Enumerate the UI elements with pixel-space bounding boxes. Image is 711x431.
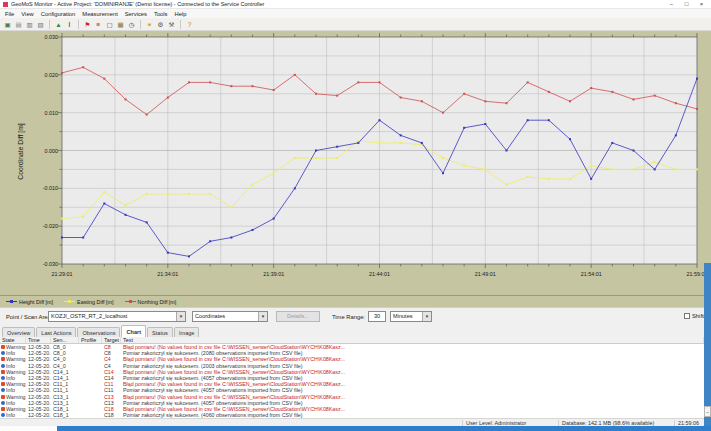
data-point <box>336 146 338 148</box>
tab-overview[interactable]: Overview <box>2 327 35 337</box>
chart-plot-area[interactable] <box>62 37 697 264</box>
data-point <box>569 138 571 140</box>
menu-file[interactable]: File <box>5 11 14 17</box>
taskbar-button[interactable] <box>0 426 57 431</box>
copy-icon[interactable]: ▤ <box>14 20 23 29</box>
data-point <box>103 191 105 193</box>
data-point <box>548 119 550 121</box>
data-point <box>230 85 232 87</box>
legend-swatch <box>125 301 136 302</box>
data-point <box>675 168 677 170</box>
tab-observations[interactable]: Observations <box>77 327 120 337</box>
data-point <box>442 172 444 174</box>
time-unit-select[interactable]: Minutes ▼ <box>390 311 432 322</box>
time-range-input[interactable]: 30 <box>368 311 386 322</box>
data-point <box>188 255 190 257</box>
limits-icon[interactable]: ≡ <box>94 20 103 29</box>
warning-icon <box>1 357 5 361</box>
window-title: GeoMoS Monitor - Active Project: 'DOMINI… <box>11 1 664 7</box>
point-select[interactable]: KOZJI_OSTR_RT_2_localhost ▼ <box>48 311 186 322</box>
monitor-icon[interactable]: ▢ <box>105 20 114 29</box>
data-point <box>590 165 592 167</box>
data-point <box>167 252 169 254</box>
column-header-profile[interactable]: Profile <box>79 337 102 343</box>
column-header-state[interactable]: State <box>0 337 26 343</box>
tabs-row: OverviewLast ActionsObservationsChartSta… <box>0 325 711 337</box>
data-point <box>209 81 211 83</box>
tab-last-actions[interactable]: Last Actions <box>36 327 76 337</box>
printer-icon[interactable]: ▥ <box>25 20 34 29</box>
analysis-icon[interactable]: ✶ <box>145 20 154 29</box>
vertical-scrollbar[interactable] <box>704 263 711 426</box>
column-header-target[interactable]: Target <box>102 337 121 343</box>
data-point <box>315 157 317 159</box>
data-point <box>336 157 338 159</box>
data-point <box>82 216 84 218</box>
data-point <box>315 150 317 152</box>
column-header-sen[interactable]: Sen... <box>51 337 79 343</box>
menu-services[interactable]: Services <box>125 11 147 17</box>
start-measurement-icon[interactable]: ▲ <box>54 20 63 29</box>
menu-measurement[interactable]: Measurement <box>82 11 117 17</box>
data-point <box>146 221 148 223</box>
stop-measurement-icon[interactable]: I <box>65 20 74 29</box>
chevron-down-icon[interactable]: ▼ <box>258 312 267 321</box>
data-point <box>569 178 571 180</box>
column-header-time[interactable]: Time <box>26 337 51 343</box>
info-icon <box>1 376 5 380</box>
data-point <box>294 187 296 189</box>
legend-marker <box>129 300 132 303</box>
gear-icon[interactable]: ⚙ <box>156 20 165 29</box>
window-icon[interactable]: ▣ <box>3 20 12 29</box>
menu-help[interactable]: Help <box>175 11 187 17</box>
chevron-down-icon[interactable]: ▼ <box>422 312 431 321</box>
data-point <box>125 98 127 100</box>
data-point <box>527 119 529 121</box>
menu-bar: FileViewConfigurationMeasurementServices… <box>0 9 711 18</box>
close-button[interactable]: × <box>694 0 709 9</box>
details-button[interactable]: Details... <box>276 311 320 322</box>
data-point <box>463 165 465 167</box>
print-preview-icon[interactable]: ▧ <box>36 20 45 29</box>
shifting-checkbox[interactable] <box>684 313 690 319</box>
data-point <box>463 93 465 95</box>
help-icon[interactable]: ? <box>185 20 194 29</box>
data-point <box>252 184 254 186</box>
menu-view[interactable]: View <box>21 11 33 17</box>
data-point <box>463 127 465 129</box>
data-point <box>294 157 296 159</box>
view-type-select[interactable]: Coordinates ▼ <box>192 311 268 322</box>
data-point <box>167 193 169 195</box>
data-point <box>61 72 63 74</box>
status-bar: User Level: Administrator Database: 142.… <box>0 418 704 426</box>
y-tick-label: -0.010 <box>34 185 58 191</box>
data-point <box>167 97 169 99</box>
menu-configuration[interactable]: Configuration <box>41 11 75 17</box>
chevron-down-icon[interactable]: ▼ <box>176 312 185 321</box>
tab-status[interactable]: Status <box>147 327 173 337</box>
data-point <box>61 237 63 239</box>
data-point <box>548 178 550 180</box>
data-point <box>273 218 275 220</box>
maximize-button[interactable]: □ <box>679 0 694 9</box>
data-point <box>675 134 677 136</box>
legend-marker <box>10 300 13 303</box>
data-point <box>633 150 635 152</box>
data-point <box>590 178 592 180</box>
data-point <box>654 95 656 97</box>
tools-icon[interactable]: ⚒ <box>167 20 176 29</box>
legend-swatch <box>6 301 17 302</box>
column-header-text[interactable]: Text <box>121 337 704 343</box>
x-tick-label: 21:29:01 <box>42 271 82 277</box>
data-point <box>569 100 571 102</box>
tab-image[interactable]: Image <box>174 327 200 337</box>
clock-icon[interactable]: ◷ <box>127 20 136 29</box>
grid-view-icon[interactable]: ▦ <box>116 20 125 29</box>
minimize-button[interactable]: – <box>664 0 679 9</box>
menu-tools[interactable]: Tools <box>154 11 168 17</box>
toolbar: ▣▤▥▧▲I⚑≡▢▦◷✶⚙⚒? <box>0 18 711 31</box>
flag-icon[interactable]: ⚑ <box>83 20 92 29</box>
scroll-down-button[interactable]: ⌄ <box>704 406 711 417</box>
view-type-value: Coordinates <box>195 313 225 319</box>
tab-chart[interactable]: Chart <box>121 325 146 337</box>
